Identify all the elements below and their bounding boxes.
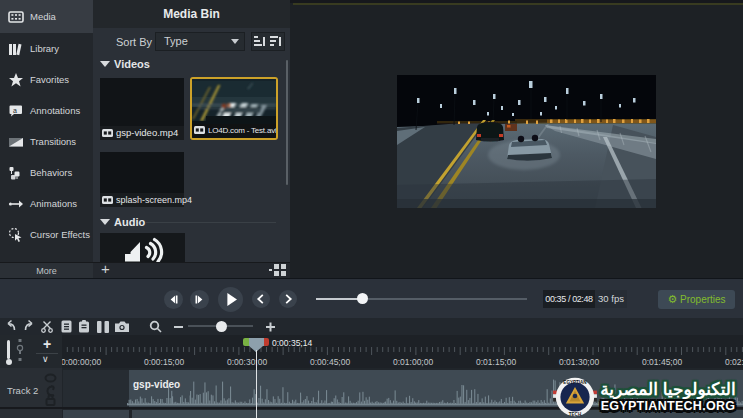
svg-text:TECH: TECH bbox=[569, 412, 581, 417]
svg-text:0:01:00;00: 0:01:00;00 bbox=[393, 357, 433, 367]
svg-text:0:00:00;00: 0:00:00;00 bbox=[62, 357, 101, 367]
svg-text:0:01:30;00: 0:01:30;00 bbox=[559, 357, 599, 367]
svg-text:0:00:45;00: 0:00:45;00 bbox=[310, 357, 350, 367]
svg-text:a: a bbox=[13, 106, 17, 113]
svg-text:0:00:15;00: 0:00:15;00 bbox=[144, 357, 184, 367]
svg-text:EGYPTIAN: EGYPTIAN bbox=[563, 380, 586, 385]
svg-text:0:00:30;00: 0:00:30;00 bbox=[227, 357, 267, 367]
svg-text:0:02:0: 0:02:0 bbox=[725, 357, 743, 367]
svg-text:0:01:15;00: 0:01:15;00 bbox=[476, 357, 516, 367]
svg-text:0:01:45;00: 0:01:45;00 bbox=[642, 357, 682, 367]
